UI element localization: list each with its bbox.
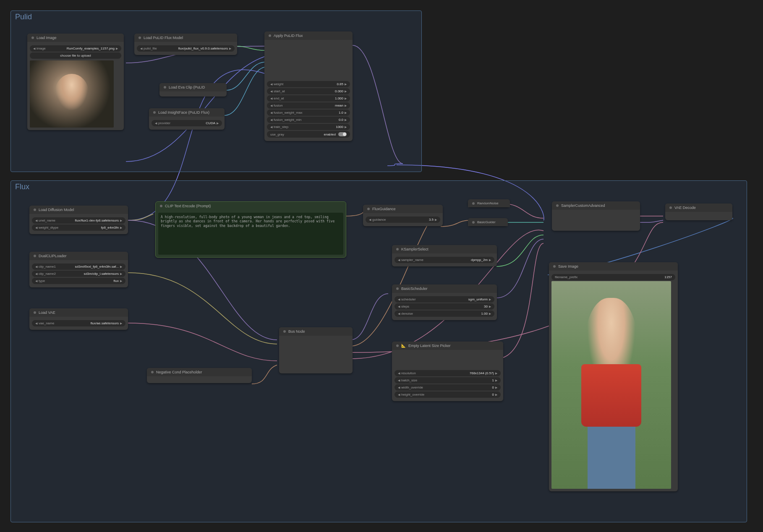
node-title: Apply PuLID Flux bbox=[274, 34, 303, 38]
fusion-widget[interactable]: fusionmean bbox=[267, 102, 350, 109]
node-ksampler-select[interactable]: KSamplerSelect sampler_namedpmpp_2m bbox=[392, 245, 497, 266]
node-negative-cond-placeholder[interactable]: Negative Cond Placeholder bbox=[147, 368, 252, 383]
node-title: Empty Latent Size Picker bbox=[408, 344, 451, 348]
node-clip-text-encode[interactable]: CLIP Text Encode (Prompt) A high-resolut… bbox=[155, 201, 346, 258]
node-load-pulid-flux-model[interactable]: Load PuLID Flux Model pulid_file flux/pu… bbox=[134, 34, 237, 55]
node-title: BasicScheduler bbox=[401, 287, 428, 291]
use-gray-widget[interactable]: use_grayenabled bbox=[267, 131, 350, 138]
node-title: VAE Decode bbox=[674, 206, 696, 210]
pulid-file-widget[interactable]: pulid_file flux/pulid_flux_v0.9.0.safete… bbox=[137, 45, 235, 52]
node-sampler-custom-advanced[interactable]: SamplerCustomAdvanced bbox=[552, 201, 640, 231]
node-title: BasicGuider bbox=[477, 220, 496, 224]
node-apply-pulid-flux[interactable]: Apply PuLID Flux weight0.85 start_at0.00… bbox=[264, 31, 353, 141]
guidance-widget[interactable]: guidance3.5 bbox=[366, 216, 440, 223]
node-title: Load PuLID Flux Model bbox=[144, 36, 183, 40]
resolution-widget[interactable]: resolution768x1344 (0.57) bbox=[395, 370, 501, 376]
output-image-preview bbox=[551, 281, 671, 489]
node-title: Load VAE bbox=[39, 310, 55, 315]
node-title: Negative Cond Placeholder bbox=[156, 370, 202, 374]
start-at-widget[interactable]: start_at0.000 bbox=[267, 88, 350, 94]
input-image-preview bbox=[30, 60, 114, 128]
node-title: Save Image bbox=[558, 264, 578, 269]
clip-name2-widget[interactable]: clip_name2sd3m/clip_l.safetensors bbox=[32, 271, 125, 277]
node-title: SamplerCustomAdvanced bbox=[561, 203, 605, 208]
node-empty-latent-size-picker[interactable]: 📐Empty Latent Size Picker resolution768x… bbox=[392, 342, 503, 401]
height-override-widget[interactable]: height_override0 bbox=[395, 391, 501, 398]
weight-widget[interactable]: weight0.85 bbox=[267, 81, 350, 87]
node-title: FluxGuidance bbox=[372, 207, 396, 211]
filename-prefix-widget[interactable]: filename_prefix1157 bbox=[551, 274, 675, 280]
node-basic-scheduler[interactable]: BasicScheduler schedulersgm_uniform step… bbox=[392, 284, 497, 320]
denoise-widget[interactable]: denoise1.00 bbox=[395, 310, 494, 317]
width-override-widget[interactable]: width_override0 bbox=[395, 384, 501, 391]
fusion-weight-max-widget[interactable]: fusion_weight_max1.0 bbox=[267, 110, 350, 116]
node-load-diffusion-model[interactable]: Load Diffusion Model unet_nameflux/flux1… bbox=[29, 206, 128, 234]
image-widget[interactable]: image RunComfy_examples_1157.png bbox=[30, 45, 121, 52]
sampler-name-widget[interactable]: sampler_namedpmpp_2m bbox=[395, 257, 494, 263]
node-title: Load InsightFace (PuLID Flux) bbox=[158, 110, 209, 115]
node-load-eva-clip[interactable]: Load Eva Clip (PuLID bbox=[159, 83, 227, 96]
node-load-image[interactable]: Load Image image RunComfy_examples_1157.… bbox=[27, 34, 124, 130]
group-title: Flux bbox=[11, 181, 747, 193]
scheduler-widget[interactable]: schedulersgm_uniform bbox=[395, 296, 494, 303]
weight-dtype-widget[interactable]: weight_dtypefp8_e4m3fn bbox=[32, 224, 125, 231]
node-title: Load Image bbox=[37, 36, 57, 40]
node-flux-guidance[interactable]: FluxGuidance guidance3.5 bbox=[363, 205, 443, 226]
node-save-image[interactable]: Save Image filename_prefix1157 bbox=[549, 262, 678, 491]
end-at-widget[interactable]: end_at1.000 bbox=[267, 95, 350, 102]
node-title: Load Diffusion Model bbox=[39, 208, 74, 212]
unet-name-widget[interactable]: unet_nameflux/flux1-dev-fp8.safetensors bbox=[32, 217, 125, 224]
upload-button[interactable]: choose file to upload bbox=[30, 52, 121, 59]
node-title: Load Eva Clip (PuLID bbox=[169, 85, 205, 89]
toggle-icon[interactable] bbox=[338, 132, 347, 136]
node-vae-decode[interactable]: VAE Decode bbox=[665, 203, 732, 220]
provider-widget[interactable]: provider CUDA bbox=[152, 120, 222, 126]
clip-name1-widget[interactable]: clip_name1sd3m/t5xxl_fp8_e4m3fn.saf... bbox=[32, 263, 125, 270]
node-bus-node[interactable]: Bus Node bbox=[279, 327, 353, 373]
vae-name-widget[interactable]: vae_nameflux/ae.safetensors bbox=[32, 320, 125, 326]
node-title: RandomNoise bbox=[477, 201, 499, 205]
prompt-textarea[interactable]: A high-resolution, full-body photo of a … bbox=[158, 213, 343, 255]
fusion-weight-min-widget[interactable]: fusion_weight_min0.0 bbox=[267, 117, 350, 123]
node-basic-guider[interactable]: BasicGuider bbox=[468, 218, 508, 226]
node-title: CLIP Text Encode (Prompt) bbox=[165, 204, 211, 208]
train-step-widget[interactable]: train_step1000 bbox=[267, 124, 350, 130]
type-widget[interactable]: typeflux bbox=[32, 278, 125, 284]
group-title: Pulid bbox=[11, 11, 421, 23]
node-title: DualCLIPLoader bbox=[39, 254, 67, 258]
node-dual-clip-loader[interactable]: DualCLIPLoader clip_name1sd3m/t5xxl_fp8_… bbox=[29, 252, 128, 287]
steps-widget[interactable]: steps30 bbox=[395, 303, 494, 310]
node-title: KSamplerSelect bbox=[401, 247, 429, 251]
node-title: Bus Node bbox=[288, 329, 305, 334]
node-random-noise[interactable]: RandomNoise bbox=[468, 199, 510, 207]
node-load-insightface[interactable]: Load InsightFace (PuLID Flux) provider C… bbox=[149, 108, 225, 130]
node-load-vae[interactable]: Load VAE vae_nameflux/ae.safetensors bbox=[29, 308, 128, 330]
batch-size-widget[interactable]: batch_size1 bbox=[395, 377, 501, 383]
